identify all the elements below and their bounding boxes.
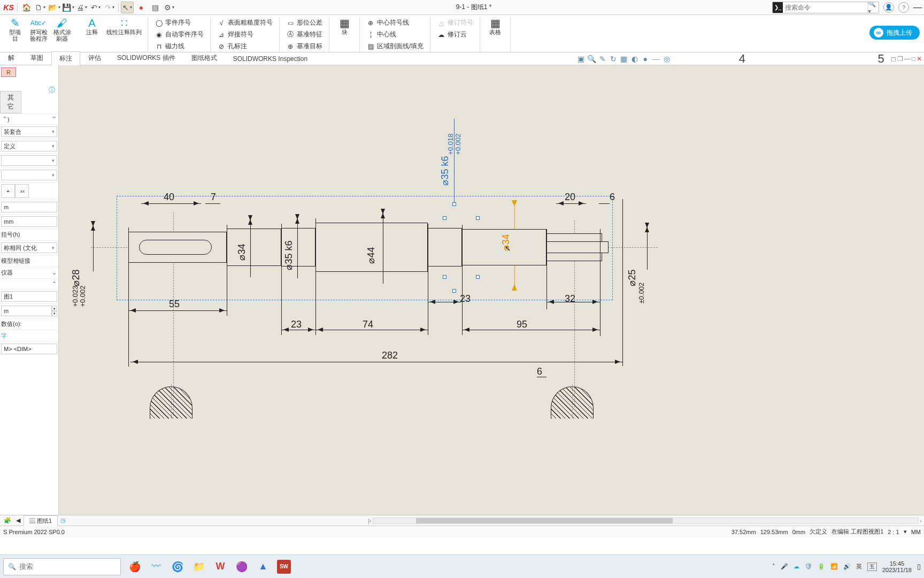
dim-95[interactable]: 95 (517, 319, 527, 330)
dim-55[interactable]: 55 (169, 299, 180, 310)
tb-wps-icon[interactable]: W (213, 559, 228, 574)
surface-finish-button[interactable]: √表面粗糙度符号 (215, 17, 275, 28)
rebuild-icon[interactable]: ● (135, 2, 148, 13)
appearance-icon[interactable]: ◎ (662, 55, 672, 63)
tb-wing-icon[interactable]: 〰 (149, 559, 164, 574)
dim-32[interactable]: 32 (565, 293, 575, 305)
dim-20[interactable]: 20 (565, 192, 575, 203)
tb-explorer-icon[interactable]: 📁 (191, 559, 206, 574)
unit-mm[interactable]: mm (1, 216, 57, 227)
tab-addins[interactable]: SOLIDWORKS 插件 (109, 51, 183, 65)
handle[interactable] (476, 216, 480, 220)
tray-volume-icon[interactable]: 🔊 (843, 563, 851, 570)
help-icon[interactable]: ? (898, 2, 909, 13)
home-icon[interactable]: 🏠 (20, 2, 33, 13)
dim-field[interactable]: M> <DIM> (1, 344, 57, 354)
chevron-up-icon[interactable]: ⌃ (51, 280, 57, 287)
command-search[interactable]: ❯_ 🔍▾ (772, 2, 879, 13)
tray-wifi-icon[interactable]: 📶 (830, 563, 838, 570)
minimize-icon[interactable]: — (913, 3, 922, 12)
chevron-up-icon[interactable]: ⌃ (1, 116, 7, 123)
handle[interactable] (476, 275, 480, 279)
new-icon[interactable]: 🗋 (34, 2, 47, 13)
tol-btn1[interactable]: + (1, 184, 15, 198)
chevron-down-icon[interactable]: ⌄ (51, 269, 57, 276)
handle[interactable] (443, 216, 446, 220)
tray-chevron-icon[interactable]: ˄ (772, 563, 775, 570)
open-icon[interactable]: 📂 (48, 2, 60, 13)
handle[interactable] (452, 202, 456, 206)
dim-phi35-top[interactable]: ⌀35 k6 (439, 156, 451, 185)
zoom-fit-icon[interactable]: ▣ (576, 55, 586, 63)
tb-fruit-icon[interactable]: 🍎 (127, 559, 142, 574)
revision-cloud-button[interactable]: ☁修订云 (435, 29, 475, 40)
note-button[interactable]: A 注释 (81, 17, 103, 35)
unit-m[interactable]: m (1, 202, 57, 212)
dim-23a[interactable]: 23 (460, 293, 471, 305)
spin-up-icon[interactable]: ▴ (52, 306, 57, 311)
empty-dropdown[interactable] (1, 155, 57, 166)
tb-solidworks-icon[interactable]: SW (277, 560, 291, 574)
tray-battery-icon[interactable]: 🔋 (818, 563, 825, 570)
display-icon[interactable]: ◐ (630, 55, 640, 63)
tab-annotate[interactable]: 标注 (51, 51, 80, 65)
auto-balloon-button[interactable]: ◉自动零件序号 (152, 29, 206, 40)
tol-btn2[interactable]: .xx (15, 184, 29, 198)
dim-phi44[interactable]: ⌀44 (365, 247, 377, 263)
chevron-up-icon[interactable]: ⌃ (51, 116, 57, 123)
search-input[interactable] (783, 2, 867, 13)
handle[interactable] (452, 289, 456, 293)
format-painter-button[interactable]: 🖌 格式涂 刷器 (51, 17, 73, 42)
tb-app-icon[interactable]: 🟣 (234, 559, 249, 574)
section-icon[interactable]: ▦ (619, 55, 629, 63)
tb-mesh-icon[interactable]: ▲ (256, 559, 271, 574)
sheet-name[interactable]: 图1 (1, 291, 57, 302)
spin-down-icon[interactable]: ▾ (52, 311, 57, 316)
print-icon[interactable]: 🖨 (75, 2, 88, 13)
tab-sketch[interactable]: 草图 (22, 51, 51, 65)
options-icon[interactable]: ▤ (149, 2, 161, 13)
tree-icon[interactable]: 🧩 (2, 517, 13, 524)
restore-icon[interactable]: ❐ (897, 55, 903, 63)
dim-phi35[interactable]: ⌀35 k6 (283, 240, 295, 270)
tab-view[interactable]: 解 (0, 51, 22, 65)
hscrollbar[interactable] (372, 518, 920, 524)
num-field[interactable]: m (1, 306, 52, 316)
dim-23b[interactable]: 23 (291, 319, 302, 330)
balloon-button[interactable]: ◯零件序号 (152, 17, 206, 28)
redo-icon[interactable]: ↷ (103, 2, 116, 13)
weld-symbol-button[interactable]: ⊿焊接符号 (215, 29, 275, 40)
tab-evaluate[interactable]: 评估 (80, 51, 109, 65)
tray-cloud-icon[interactable]: ☁ (794, 563, 799, 570)
dock-icon[interactable]: ◻ (891, 55, 896, 63)
handle[interactable] (443, 275, 446, 279)
sheet-tab[interactable]: ▤ 图纸1 (24, 515, 58, 526)
undo-icon[interactable]: ↶ (89, 2, 102, 13)
user-icon[interactable]: 👤 (883, 2, 894, 13)
gtol-button[interactable]: ▭形位公差 (284, 17, 325, 28)
unit-dropdown[interactable]: ▾ (904, 528, 907, 535)
tb-edge-icon[interactable]: 🌀 (170, 559, 185, 574)
drawing-canvas[interactable]: ⌀34 ↖ ⌀35 k6 +0.018 +0.002 40 7 20 6 55 … (59, 65, 924, 515)
upload-button[interactable]: ∞ 拖拽上传 (869, 26, 920, 40)
win-max-icon[interactable]: □ (912, 55, 915, 63)
datum-feature-button[interactable]: Ⓐ基准特征 (284, 29, 325, 40)
dim-6a[interactable]: 6 (610, 192, 615, 203)
settings-icon[interactable]: ⚙ (163, 2, 175, 13)
model-item-button[interactable]: ✎ 型项 目 (4, 17, 26, 42)
panel-top-tab[interactable]: R (1, 67, 16, 77)
hatch-button[interactable]: ▨区域剖面线/填充 (364, 41, 426, 52)
tray-clock[interactable]: 15:45 2023/11/18 (882, 560, 912, 573)
table-button[interactable]: ▦ 表格 (484, 17, 506, 35)
taskbar-search[interactable]: 🔍 (3, 558, 121, 575)
tray-mic-icon[interactable]: 🎤 (781, 563, 788, 570)
help-icon[interactable]: ⓘ (49, 86, 55, 95)
hide-show-icon[interactable]: ● (641, 55, 650, 63)
center-mark-button[interactable]: ⊕中心符号线 (364, 17, 426, 28)
dim-282[interactable]: 282 (382, 350, 398, 361)
search-glass-icon[interactable]: 🔍▾ (867, 2, 879, 13)
same-dropdown[interactable]: 称相同 (文化 (1, 242, 57, 253)
add-sheet-icon[interactable]: ◷ (58, 517, 68, 524)
tray-security-icon[interactable]: 🛡️ (805, 563, 812, 570)
tray-notification-icon[interactable]: ▯ (917, 562, 921, 571)
